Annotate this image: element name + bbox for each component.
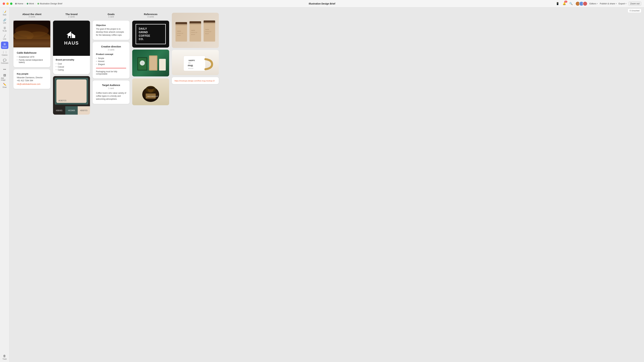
trait-casual: Casual bbox=[56, 65, 87, 68]
export-label: Export bbox=[619, 2, 625, 5]
breadcrumb-brief[interactable]: Illustration Design Brief bbox=[38, 2, 62, 5]
col-title-goals: Goals bbox=[92, 13, 130, 15]
col-count-refs: 3 cards bbox=[132, 15, 169, 18]
packaging-note: Packaging must be fully compostable bbox=[96, 70, 126, 75]
trash-button[interactable]: 🗑 Trash bbox=[2, 354, 7, 360]
breadcrumb-work[interactable]: Work bbox=[27, 2, 34, 5]
svg-rect-24 bbox=[176, 23, 187, 41]
sidebar-addimage-label: Add image bbox=[1, 77, 8, 81]
product-traits: Simple Honest Elegant bbox=[96, 57, 126, 66]
more-icon: ••• bbox=[3, 68, 6, 71]
director-name: Nikander Damianos, Director bbox=[17, 76, 47, 79]
work-label: Work bbox=[29, 2, 34, 5]
svg-rect-6 bbox=[72, 36, 75, 38]
target-audience-title: Target Audience bbox=[96, 84, 126, 86]
svg-text:HAPPY: HAPPY bbox=[188, 59, 195, 61]
svg-text:MockuP: MockuP bbox=[205, 33, 209, 34]
svg-rect-15 bbox=[150, 56, 156, 70]
svg-rect-32 bbox=[190, 23, 201, 25]
bakery-facts: Established 1979 Family owned independen… bbox=[17, 55, 47, 64]
sidebar-item-todo[interactable]: ☰ To-do bbox=[1, 25, 8, 33]
brand-personality: Brand personality Cool Casual Caring bbox=[53, 56, 90, 74]
sidebar-item-board[interactable]: ⊞ Board bbox=[1, 41, 8, 49]
sidebar-draw-label: Draw bbox=[3, 86, 6, 88]
export-button[interactable]: Export ▾ bbox=[619, 2, 626, 5]
sidebar-item-add-image[interactable]: 🖼 Add image bbox=[1, 74, 8, 81]
board-icon: ⊞ bbox=[4, 43, 6, 46]
maximize-button[interactable] bbox=[10, 2, 12, 5]
card-about-info: Caldo Bakehouse Established 1979 Family … bbox=[14, 47, 50, 67]
col-title-about: About the client bbox=[14, 13, 50, 15]
home-label: Home bbox=[18, 2, 23, 5]
editors-button[interactable]: Editors ▾ bbox=[590, 2, 598, 5]
fact-1: Established 1979 bbox=[17, 55, 47, 58]
coffee-cups-visual: PAPER COFFEE CUP MockuP PAPER COFFEE CUP… bbox=[172, 13, 219, 48]
col-header-about: About the client 3 cards bbox=[14, 13, 50, 18]
contact-phone: +61 412 7264 394 bbox=[17, 79, 47, 82]
notification-bell[interactable]: 🔔 21 bbox=[562, 1, 567, 6]
sidebar-comment-label: Comment bbox=[1, 62, 8, 64]
column-references: References 3 cards DAILY GRIND COFFEE CO… bbox=[132, 13, 169, 105]
svg-text:PAPER: PAPER bbox=[191, 30, 195, 31]
page-title: Illustration Design Brief bbox=[309, 2, 335, 5]
trait-honest: Honest bbox=[96, 60, 126, 63]
sidebar-link-label: Link bbox=[3, 22, 6, 24]
creative-direction-count: 2 cards bbox=[96, 49, 126, 51]
column-brand: The brand 2 cards HAUS B bbox=[53, 13, 90, 110]
svg-marker-7 bbox=[66, 31, 71, 35]
col-header-brand: The brand 2 cards bbox=[53, 13, 90, 18]
sidebar-item-column[interactable]: ⋮⋮ Column bbox=[1, 50, 8, 57]
col-count-goals: 1 card bbox=[92, 15, 130, 18]
svg-rect-26 bbox=[176, 24, 187, 25]
mug-mockup-link[interactable]: https://mockups-design.com/free-mug-mock… bbox=[174, 80, 214, 82]
svg-text:PAPER: PAPER bbox=[177, 30, 181, 32]
zoom-out-button[interactable]: Zoom out bbox=[628, 1, 641, 6]
haus-brand-name: HAUS bbox=[64, 40, 79, 46]
column-unsorted: PAPER COFFEE CUP MockuP PAPER COFFEE CUP… bbox=[172, 13, 219, 84]
column-icon: ⋮⋮ bbox=[2, 51, 8, 54]
avatar-3 bbox=[583, 1, 588, 6]
trait-simple: Simple bbox=[96, 57, 126, 60]
close-button[interactable] bbox=[3, 2, 5, 5]
cups-svg: PAPER COFFEE CUP MockuP PAPER COFFEE CUP… bbox=[174, 15, 217, 46]
bread-image bbox=[14, 21, 50, 47]
sidebar-board-label: Board bbox=[2, 46, 7, 48]
add-image-icon: 🖼 bbox=[3, 74, 6, 77]
svg-text:mug.: mug. bbox=[188, 64, 193, 67]
export-chevron: ▾ bbox=[626, 3, 626, 4]
minimize-button[interactable] bbox=[6, 2, 9, 5]
sidebar-item-note[interactable]: 📝 Note bbox=[1, 9, 8, 17]
svg-rect-16 bbox=[159, 59, 166, 71]
col-count-about: 3 cards bbox=[14, 15, 50, 18]
sidebar-todo-label: To-do bbox=[2, 30, 7, 32]
bakery-name: Caldo Bakehouse bbox=[17, 51, 47, 54]
sidebar-item-comment[interactable]: 💬 Comment bbox=[1, 58, 8, 65]
contact-email[interactable]: nik@caldobakehouse.com bbox=[17, 83, 40, 85]
coffee-shop-visual: 🍴 bbox=[132, 50, 169, 76]
col-count-brand: 2 cards bbox=[53, 15, 90, 18]
svg-point-23 bbox=[147, 87, 154, 89]
svg-rect-4 bbox=[14, 39, 50, 47]
card-target-audience: Target Audience 1 card Coffee lovers who… bbox=[92, 80, 130, 104]
pods-svg: MUG MOCKUP bbox=[134, 79, 168, 104]
sidebar-item-more[interactable]: ••• bbox=[1, 66, 8, 73]
line-icon: ╱ bbox=[4, 34, 6, 38]
card-green-bags: 🍴 bbox=[132, 50, 169, 76]
publish-button[interactable]: Publish & share ▾ bbox=[600, 2, 616, 5]
svg-text:PAPER: PAPER bbox=[205, 29, 209, 30]
avatars bbox=[575, 1, 588, 6]
sidebar-item-line[interactable]: ╱ Line bbox=[1, 33, 8, 41]
sidebar-item-draw[interactable]: ✏️ Draw bbox=[1, 82, 8, 89]
haus-logo: HAUS bbox=[53, 21, 90, 56]
search-icon[interactable]: 🔍 bbox=[569, 1, 573, 6]
svg-text:little: little bbox=[188, 62, 191, 64]
col-title-refs: References bbox=[132, 13, 169, 15]
breadcrumb: Home › Work › Illustration Design Brief bbox=[15, 2, 62, 5]
svg-text:MUG MOCKUP: MUG MOCKUP bbox=[147, 96, 158, 97]
card-swatches: #282421 #3C5A55 #E9D7C5 #282421 #3C5A bbox=[53, 76, 90, 110]
dg-content: DAILY GRIND COFFEE CO. bbox=[132, 21, 169, 48]
breadcrumb-home[interactable]: Home bbox=[15, 2, 23, 5]
target-audience-count: 1 card bbox=[96, 87, 126, 89]
sidebar-item-link[interactable]: 🔗 Link bbox=[1, 17, 8, 25]
device-icon[interactable]: 📱 bbox=[555, 1, 560, 6]
